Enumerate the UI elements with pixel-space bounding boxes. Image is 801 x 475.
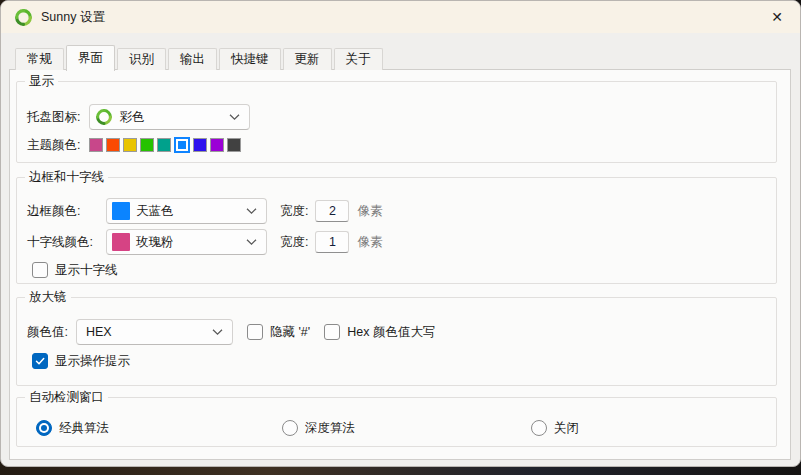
display-group: 显示 托盘图标: 彩色 bbox=[16, 81, 777, 163]
theme-swatch-purple[interactable] bbox=[210, 138, 224, 152]
border-width-label: 宽度: bbox=[280, 203, 308, 220]
check-icon bbox=[34, 355, 46, 367]
crosshair-color-value: 玫瑰粉 bbox=[136, 234, 174, 251]
close-button[interactable]: ✕ bbox=[754, 1, 800, 33]
chevron-down-icon bbox=[246, 208, 257, 215]
tab-general[interactable]: 常规 bbox=[15, 48, 64, 70]
theme-swatch-orange[interactable] bbox=[106, 138, 120, 152]
theme-color-label: 主题颜色: bbox=[27, 137, 80, 154]
crosshair-color-label: 十字线颜色: bbox=[27, 234, 106, 251]
theme-swatch-darkgray[interactable] bbox=[227, 138, 241, 152]
color-format-select[interactable]: HEX bbox=[76, 319, 233, 345]
classic-algorithm-radio[interactable] bbox=[36, 420, 52, 436]
theme-swatch-azure-selected[interactable] bbox=[174, 137, 190, 153]
crosshair-color-chip bbox=[112, 233, 130, 251]
deep-algorithm-radio[interactable] bbox=[282, 420, 298, 436]
border-color-select[interactable]: 天蓝色 bbox=[106, 198, 267, 224]
chevron-down-icon bbox=[246, 239, 257, 246]
border-width-unit: 像素 bbox=[357, 203, 382, 220]
theme-color-swatches bbox=[89, 138, 244, 153]
hex-uppercase-checkbox[interactable] bbox=[324, 324, 340, 340]
show-crosshair-label: 显示十字线 bbox=[55, 262, 118, 279]
theme-swatch-pink[interactable] bbox=[89, 138, 103, 152]
chevron-down-icon bbox=[212, 329, 223, 336]
border-width-input[interactable] bbox=[315, 200, 349, 222]
theme-swatch-gold[interactable] bbox=[123, 138, 137, 152]
theme-swatch-teal[interactable] bbox=[157, 138, 171, 152]
window-title: Sunny 设置 bbox=[41, 9, 105, 26]
hide-hash-checkbox[interactable] bbox=[247, 324, 263, 340]
tab-output[interactable]: 输出 bbox=[168, 48, 217, 70]
border-crosshair-group: 边框和十字线 边框颜色: 天蓝色 宽度: 像素 十字线颜色: 玫瑰粉 bbox=[16, 177, 777, 284]
border-group-title: 边框和十字线 bbox=[25, 170, 108, 185]
magnifier-group: 放大镜 颜色值: HEX 隐藏 '#' Hex 颜色值大写 显示操作提示 bbox=[16, 297, 777, 386]
theme-swatch-blue[interactable] bbox=[193, 138, 207, 152]
tray-colorful-icon bbox=[96, 109, 113, 126]
classic-algorithm-label: 经典算法 bbox=[59, 420, 109, 437]
tab-update[interactable]: 更新 bbox=[283, 48, 332, 70]
show-crosshair-checkbox[interactable] bbox=[32, 262, 48, 278]
show-tips-checkbox[interactable] bbox=[32, 353, 48, 369]
color-format-value: HEX bbox=[86, 325, 112, 339]
tab-strip: 常规 界面 识别 输出 快捷键 更新 关于 bbox=[15, 45, 385, 70]
hex-uppercase-label: Hex 颜色值大写 bbox=[347, 324, 435, 341]
crosshair-color-select[interactable]: 玫瑰粉 bbox=[106, 229, 267, 255]
crosshair-width-unit: 像素 bbox=[357, 234, 382, 251]
tab-about[interactable]: 关于 bbox=[334, 48, 383, 70]
border-color-chip bbox=[112, 202, 130, 220]
off-radio[interactable] bbox=[531, 420, 547, 436]
tab-recognition[interactable]: 识别 bbox=[117, 48, 166, 70]
tray-icon-select[interactable]: 彩色 bbox=[89, 104, 250, 130]
auto-detect-group: 自动检测窗口 经典算法 深度算法 关闭 bbox=[16, 397, 777, 447]
sunny-logo-icon bbox=[15, 9, 32, 26]
display-group-title: 显示 bbox=[25, 74, 58, 89]
tray-icon-label: 托盘图标: bbox=[27, 109, 80, 126]
chevron-down-icon bbox=[229, 114, 240, 121]
theme-swatch-green[interactable] bbox=[140, 138, 154, 152]
tab-interface[interactable]: 界面 bbox=[66, 45, 115, 71]
magnifier-group-title: 放大镜 bbox=[25, 290, 71, 305]
deep-algorithm-label: 深度算法 bbox=[305, 420, 355, 437]
show-tips-label: 显示操作提示 bbox=[55, 353, 130, 370]
tab-hotkeys[interactable]: 快捷键 bbox=[219, 48, 281, 70]
border-color-label: 边框颜色: bbox=[27, 203, 106, 220]
settings-window: Sunny 设置 ✕ 常规 界面 识别 输出 快捷键 更新 关于 显示 托盘图标… bbox=[0, 0, 801, 467]
color-value-label: 颜色值: bbox=[27, 324, 68, 341]
border-color-value: 天蓝色 bbox=[136, 203, 174, 220]
title-bar: Sunny 设置 ✕ bbox=[1, 1, 800, 33]
crosshair-width-label: 宽度: bbox=[280, 234, 308, 251]
crosshair-width-input[interactable] bbox=[315, 231, 349, 253]
off-label: 关闭 bbox=[554, 420, 579, 437]
auto-detect-group-title: 自动检测窗口 bbox=[25, 390, 108, 405]
hide-hash-label: 隐藏 '#' bbox=[270, 324, 310, 341]
tray-icon-value: 彩色 bbox=[119, 109, 144, 126]
interface-tab-page: 显示 托盘图标: 彩色 bbox=[9, 69, 791, 460]
